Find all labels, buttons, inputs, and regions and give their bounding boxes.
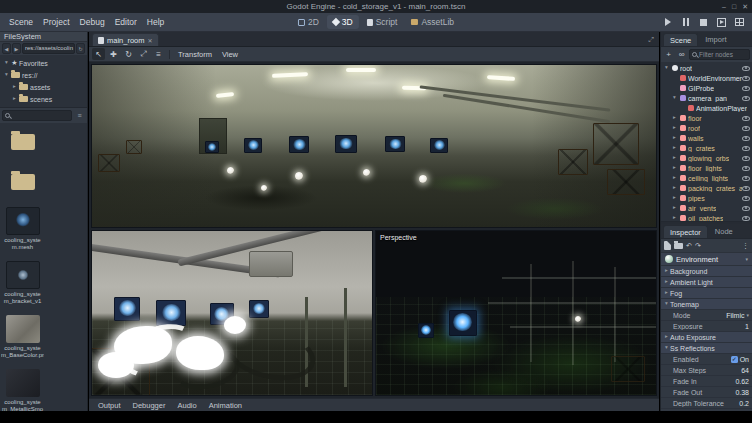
play-button[interactable] — [661, 16, 674, 29]
filter-nodes-box[interactable] — [689, 49, 750, 60]
close-button[interactable]: ✕ — [742, 3, 748, 10]
instance-scene-icon[interactable]: ∞ — [676, 49, 687, 60]
visibility-eye-icon[interactable] — [742, 186, 750, 191]
expand-arrow-icon[interactable] — [11, 84, 18, 90]
play-scene-button[interactable] — [715, 16, 728, 29]
visibility-eye-icon[interactable] — [742, 66, 750, 71]
scene-node[interactable]: glowing_orbs — [661, 153, 752, 163]
tree-item-res[interactable]: res:// — [0, 69, 87, 81]
menu-editor[interactable]: Editor — [110, 17, 142, 27]
scene-node[interactable]: ceiling_lights — [661, 173, 752, 183]
tree-item-assets[interactable]: assets — [0, 81, 87, 93]
file-item-texture[interactable]: cooling_system_MetallicSmo — [1, 369, 44, 413]
workspace-tab-script[interactable]: Script — [361, 15, 404, 29]
scene-node[interactable]: WorldEnvironment — [661, 73, 752, 83]
menu-scene[interactable]: Scene — [4, 17, 38, 27]
file-item-texture[interactable]: cooling_system_BaseColor.pn — [1, 315, 44, 359]
section-ss-reflections[interactable]: Ss Reflections — [661, 343, 752, 354]
file-item-folder[interactable] — [1, 167, 44, 197]
tab-import[interactable]: Import — [699, 33, 732, 46]
scene-node-root[interactable]: root — [661, 63, 752, 73]
new-resource-icon[interactable] — [664, 241, 671, 250]
visibility-eye-icon[interactable] — [742, 166, 750, 171]
reload-icon[interactable]: ↻ — [76, 43, 85, 54]
expand-arrow-icon[interactable] — [671, 135, 678, 141]
stop-button[interactable] — [697, 16, 710, 29]
expand-arrow-icon[interactable] — [671, 195, 678, 201]
expand-arrow-icon[interactable] — [3, 60, 10, 66]
scene-node[interactable]: walls — [661, 133, 752, 143]
section-fog[interactable]: Fog — [661, 288, 752, 299]
expand-arrow-icon[interactable] — [671, 145, 678, 151]
fade-in-spinner[interactable]: 0.62 — [735, 378, 749, 385]
expand-arrow-icon[interactable] — [671, 165, 678, 171]
tree-item-favorites[interactable]: Favorites — [0, 57, 87, 69]
mode-dropdown[interactable]: Filmic — [726, 312, 749, 319]
viewport-bottom-left[interactable] — [91, 230, 373, 396]
visibility-eye-icon[interactable] — [742, 76, 750, 81]
current-path-field[interactable]: res://assets/coolin — [22, 43, 75, 54]
bottom-tab-output[interactable]: Output — [93, 401, 126, 410]
visibility-eye-icon[interactable] — [742, 206, 750, 211]
workspace-tab-3d[interactable]: 3D — [327, 15, 359, 29]
bottom-tab-animation[interactable]: Animation — [204, 401, 247, 410]
visibility-eye-icon[interactable] — [742, 176, 750, 181]
expand-arrow-icon[interactable] — [3, 72, 10, 78]
pause-button[interactable] — [679, 16, 692, 29]
visibility-eye-icon[interactable] — [742, 196, 750, 201]
scene-node[interactable]: floor_lights — [661, 163, 752, 173]
minimize-button[interactable]: – — [722, 3, 726, 10]
add-node-icon[interactable]: + — [663, 49, 674, 60]
visibility-eye-icon[interactable] — [742, 86, 750, 91]
file-item-folder[interactable] — [1, 127, 44, 157]
rotate-tool-button[interactable] — [122, 48, 135, 60]
search-files-input[interactable] — [2, 110, 72, 121]
scene-node[interactable]: roof — [661, 123, 752, 133]
distraction-free-icon[interactable]: ⤢ — [648, 33, 656, 46]
file-item-mesh[interactable]: cooling_system.mesh — [1, 207, 44, 251]
scene-tab-main-room[interactable]: main_room — [92, 33, 159, 46]
exposure-spinner[interactable]: 1 — [745, 323, 749, 330]
visibility-eye-icon[interactable] — [742, 146, 750, 151]
expand-arrow-icon[interactable] — [663, 65, 670, 71]
menu-debug[interactable]: Debug — [75, 17, 110, 27]
viewport-main-perspective[interactable] — [91, 64, 657, 228]
scene-node[interactable]: packing_crates_and — [661, 183, 752, 193]
scene-node[interactable]: AnimationPlayer — [661, 103, 752, 113]
enabled-checkbox[interactable] — [731, 356, 738, 363]
resource-dropdown-icon[interactable] — [745, 256, 748, 262]
section-auto-exposure[interactable]: Auto Exposure — [661, 332, 752, 343]
tree-item-scenes[interactable]: scenes — [0, 93, 87, 105]
scene-node[interactable]: camera_pan — [661, 93, 752, 103]
list-select-tool-button[interactable] — [152, 48, 165, 60]
maximize-button[interactable]: □ — [732, 3, 736, 10]
view-menu[interactable]: View — [218, 50, 242, 59]
scale-tool-button[interactable] — [137, 48, 150, 60]
scene-node[interactable]: GIProbe — [661, 83, 752, 93]
expand-arrow-icon[interactable] — [671, 155, 678, 161]
visibility-eye-icon[interactable] — [742, 96, 750, 101]
section-tonemap[interactable]: Tonemap — [661, 299, 752, 310]
expand-arrow-icon[interactable] — [671, 125, 678, 131]
perspective-label[interactable]: Perspective — [380, 234, 417, 241]
fade-out-spinner[interactable]: 0.38 — [735, 389, 749, 396]
scene-node[interactable]: air_vents — [661, 203, 752, 213]
workspace-tab-2d[interactable]: 2D — [292, 15, 325, 29]
section-ambient-light[interactable]: Ambient Light — [661, 277, 752, 288]
scene-node[interactable]: g_crates — [661, 143, 752, 153]
scene-node[interactable]: floor — [661, 113, 752, 123]
tab-inspector[interactable]: Inspector — [663, 225, 708, 238]
expand-arrow-icon[interactable] — [671, 115, 678, 121]
expand-arrow-icon[interactable] — [671, 215, 678, 221]
history-forward-icon[interactable]: ↷ — [695, 242, 701, 250]
visibility-eye-icon[interactable] — [742, 136, 750, 141]
select-tool-button[interactable] — [92, 48, 105, 60]
bottom-tab-audio[interactable]: Audio — [172, 401, 201, 410]
max-steps-spinner[interactable]: 64 — [741, 367, 749, 374]
visibility-eye-icon[interactable] — [742, 116, 750, 121]
play-custom-scene-button[interactable] — [733, 16, 746, 29]
menu-project[interactable]: Project — [38, 17, 74, 27]
expand-arrow-icon[interactable] — [671, 175, 678, 181]
expand-arrow-icon[interactable] — [671, 185, 678, 191]
tab-scene[interactable]: Scene — [663, 33, 698, 46]
